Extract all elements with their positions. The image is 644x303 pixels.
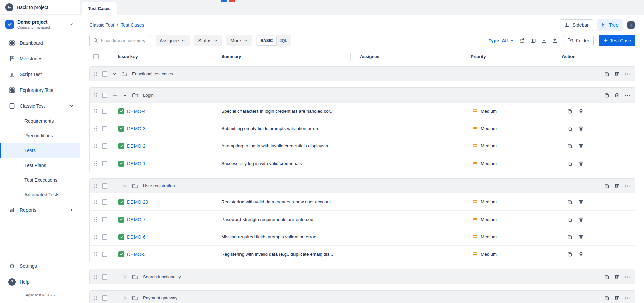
drag-handle-icon[interactable] bbox=[94, 161, 97, 166]
status-filter[interactable]: Status bbox=[194, 35, 222, 46]
table-row[interactable]: DEMO-29 Registering with valid data crea… bbox=[90, 193, 635, 210]
basic-mode-button[interactable]: BASIC bbox=[257, 36, 276, 45]
delete-icon[interactable] bbox=[578, 126, 584, 131]
sidebar-item-dashboard[interactable]: Dashboard bbox=[0, 35, 80, 51]
folder-expand-chevron[interactable] bbox=[112, 72, 117, 76]
copy-icon[interactable] bbox=[567, 109, 572, 114]
row-checkbox[interactable] bbox=[102, 93, 107, 98]
issue-key-link[interactable]: DEMO-3 bbox=[127, 126, 145, 131]
sidebar-item-test-executions[interactable]: Test Executions bbox=[0, 173, 80, 187]
drag-handle-icon[interactable] bbox=[94, 108, 97, 114]
drag-handle-icon[interactable] bbox=[94, 295, 97, 301]
delete-icon[interactable] bbox=[614, 92, 620, 98]
issue-key-link[interactable]: DEMO-6 bbox=[127, 234, 145, 240]
copy-icon[interactable] bbox=[567, 234, 572, 240]
sidebar-item-milestones[interactable]: Milestones bbox=[0, 51, 80, 66]
sidebar-item-script-test[interactable]: Script Test bbox=[0, 66, 80, 82]
assignee-filter[interactable]: Assignee bbox=[156, 35, 190, 46]
drag-handle-icon[interactable] bbox=[94, 92, 97, 98]
sidebar-item-exploratory-test[interactable]: Exploratory Test bbox=[0, 82, 80, 98]
folder-expand-chevron[interactable] bbox=[123, 184, 127, 188]
copy-icon[interactable] bbox=[604, 71, 609, 77]
drag-handle-icon[interactable] bbox=[94, 234, 97, 240]
copy-icon[interactable] bbox=[604, 93, 609, 98]
more-actions-icon[interactable] bbox=[624, 93, 630, 98]
copy-icon[interactable] bbox=[567, 199, 572, 205]
delete-icon[interactable] bbox=[614, 183, 620, 189]
copy-icon[interactable] bbox=[604, 295, 609, 301]
issue-key-link[interactable]: DEMO-2 bbox=[127, 143, 145, 149]
sidebar-item-requirements[interactable]: Requirements bbox=[0, 114, 80, 128]
breadcrumb-parent[interactable]: Classic Test bbox=[89, 22, 114, 28]
delete-icon[interactable] bbox=[578, 217, 584, 222]
table-row[interactable]: DEMO-4 Special characters in login crede… bbox=[90, 102, 635, 120]
create-test-case-button[interactable]: Test Case bbox=[599, 35, 635, 46]
drag-handle-icon[interactable] bbox=[94, 126, 97, 131]
more-actions-icon[interactable] bbox=[624, 274, 630, 280]
row-checkbox[interactable] bbox=[102, 295, 107, 301]
tree-view-button[interactable]: Tree bbox=[597, 19, 623, 31]
delete-icon[interactable] bbox=[578, 234, 584, 240]
copy-icon[interactable] bbox=[567, 252, 572, 257]
row-checkbox[interactable] bbox=[102, 161, 107, 166]
table-row[interactable]: DEMO-1 Successfully log in with valid cr… bbox=[90, 155, 635, 172]
drag-handle-icon[interactable] bbox=[94, 183, 97, 189]
row-checkbox[interactable] bbox=[102, 234, 107, 240]
back-to-project[interactable]: Back to project bbox=[0, 0, 80, 15]
select-all-checkbox[interactable] bbox=[93, 54, 99, 59]
delete-icon[interactable] bbox=[578, 161, 584, 166]
folder-row[interactable]: User registration bbox=[90, 179, 635, 193]
more-actions-icon[interactable] bbox=[624, 295, 630, 301]
sidebar-item-test-plans[interactable]: Test Plans bbox=[0, 158, 80, 173]
issue-key-link[interactable]: DEMO-7 bbox=[127, 217, 145, 222]
delete-icon[interactable] bbox=[614, 274, 620, 280]
jql-mode-button[interactable]: JQL bbox=[276, 36, 291, 45]
copy-icon[interactable] bbox=[604, 274, 609, 280]
folder-row[interactable]: Login bbox=[90, 88, 635, 102]
tab-test-cases[interactable]: Test Cases bbox=[82, 2, 117, 15]
folder-button[interactable]: Folder bbox=[563, 35, 594, 46]
columns-icon[interactable] bbox=[530, 38, 536, 43]
more-actions-icon[interactable] bbox=[624, 183, 630, 189]
info-icon[interactable]: i bbox=[627, 21, 635, 29]
drag-handle-icon[interactable] bbox=[94, 274, 97, 280]
sidebar-toggle-button[interactable]: Sidebar bbox=[560, 19, 593, 31]
copy-icon[interactable] bbox=[567, 126, 572, 131]
row-checkbox[interactable] bbox=[102, 199, 107, 205]
issue-key-link[interactable]: DEMO-4 bbox=[127, 109, 145, 114]
delete-icon[interactable] bbox=[614, 71, 620, 77]
sidebar-item-tests[interactable]: Tests bbox=[0, 143, 80, 158]
download-icon[interactable] bbox=[541, 38, 547, 43]
folder-expand-chevron[interactable] bbox=[123, 93, 127, 98]
delete-icon[interactable] bbox=[578, 251, 584, 257]
more-filter[interactable]: More bbox=[226, 35, 252, 46]
search-input[interactable] bbox=[101, 38, 147, 43]
table-row[interactable]: DEMO-7 Password strength requirements ar… bbox=[90, 210, 635, 228]
delete-icon[interactable] bbox=[614, 295, 620, 301]
table-row[interactable]: DEMO-5 Registering with invalid data (e.… bbox=[90, 245, 635, 263]
sidebar-item-reports[interactable]: Reports bbox=[0, 202, 80, 218]
sidebar-item-classic-test[interactable]: Classic Test bbox=[0, 98, 80, 114]
drag-handle-icon[interactable] bbox=[94, 199, 97, 205]
issue-key-link[interactable]: DEMO-1 bbox=[127, 161, 145, 166]
row-checkbox[interactable] bbox=[102, 143, 107, 149]
issue-key-link[interactable]: DEMO-29 bbox=[127, 199, 148, 205]
project-switcher[interactable]: Demo project Company-managed bbox=[0, 15, 80, 33]
table-row[interactable]: DEMO-6 Missing required fields prompts v… bbox=[90, 228, 635, 245]
row-checkbox[interactable] bbox=[102, 217, 107, 222]
row-checkbox[interactable] bbox=[102, 252, 107, 257]
sidebar-item-settings[interactable]: ⚙ Settings bbox=[0, 258, 80, 274]
row-checkbox[interactable] bbox=[102, 126, 107, 131]
copy-icon[interactable] bbox=[567, 217, 572, 222]
table-row[interactable]: DEMO-2 Attempting to log in with invalid… bbox=[90, 137, 635, 155]
drag-handle-icon[interactable] bbox=[94, 143, 97, 149]
copy-icon[interactable] bbox=[567, 161, 572, 166]
drag-handle-icon[interactable] bbox=[94, 217, 97, 222]
drag-handle-icon[interactable] bbox=[94, 71, 97, 77]
drag-handle-icon[interactable] bbox=[94, 251, 97, 257]
copy-icon[interactable] bbox=[567, 143, 572, 149]
copy-icon[interactable] bbox=[604, 183, 609, 189]
sidebar-item-automated-tests[interactable]: Automated Tests bbox=[0, 187, 80, 202]
sidebar-item-preconditions[interactable]: Preconditions bbox=[0, 128, 80, 143]
sidebar-item-help[interactable]: ? Help bbox=[0, 274, 80, 290]
